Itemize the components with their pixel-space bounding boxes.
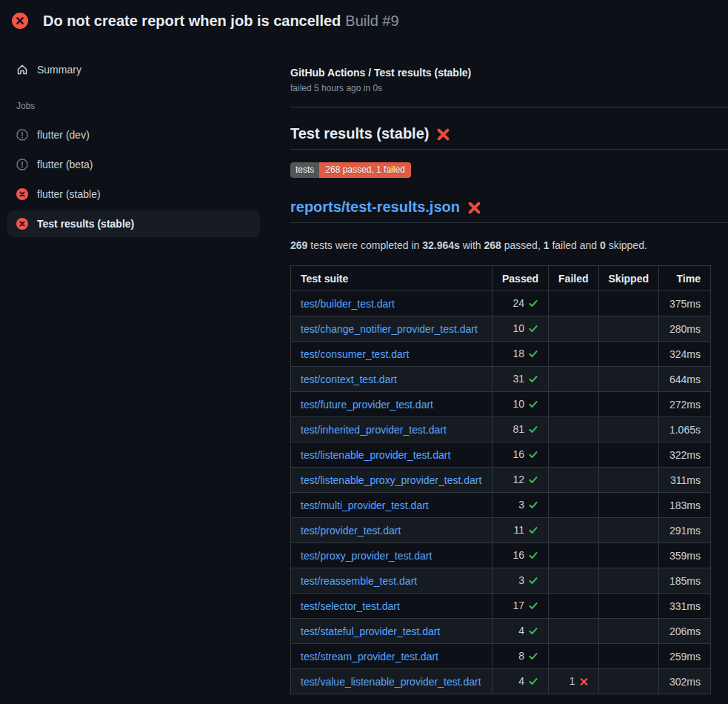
cell-passed-value: 4 (518, 625, 524, 637)
test-suite-link[interactable]: test/multi_provider_test.dart (301, 499, 429, 511)
x-circle-icon (16, 218, 28, 230)
cell-time: 1.065s (658, 417, 710, 442)
cell-passed: 17 (492, 594, 549, 619)
cell-skipped (598, 392, 658, 417)
check-icon (528, 475, 538, 487)
test-suite-link[interactable]: test/consumer_test.dart (301, 348, 409, 360)
table-row: test/stateful_provider_test.dart4206ms (291, 619, 711, 644)
cell-time: 291ms (658, 518, 710, 543)
test-suite-link[interactable]: test/change_notifier_provider_test.dart (301, 323, 478, 335)
table-row: test/stream_provider_test.dart8259ms (291, 644, 711, 669)
check-icon (528, 399, 538, 411)
summary-part: 1 (544, 239, 550, 251)
cell-skipped (598, 518, 658, 543)
cell-failed (549, 594, 598, 619)
cell-passed-value: 10 (512, 322, 524, 334)
cell-passed-value: 10 (512, 398, 524, 410)
cell-passed: 12 (492, 468, 549, 493)
check-icon (528, 374, 538, 386)
jobs-list: flutter (dev)flutter (beta)flutter (stab… (7, 122, 260, 237)
cell-test-suite: test/consumer_test.dart (291, 342, 492, 367)
test-suite-link[interactable]: test/future_provider_test.dart (301, 399, 433, 411)
summary-part: 268 (484, 239, 501, 251)
cell-passed: 3 (492, 568, 549, 594)
test-suite-link[interactable]: test/provider_test.dart (301, 525, 401, 537)
cell-passed-value: 17 (512, 600, 524, 611)
cell-failed (549, 493, 598, 518)
table-row: test/consumer_test.dart18324ms (291, 342, 711, 367)
cell-test-suite: test/stream_provider_test.dart (291, 644, 492, 669)
cell-time: 644ms (658, 367, 710, 392)
cell-skipped (598, 669, 658, 694)
cell-test-suite: test/multi_provider_test.dart (291, 493, 492, 518)
cell-passed: 4 (492, 619, 549, 644)
table-row: test/selector_test.dart17331ms (291, 594, 711, 619)
cell-test-suite: test/builder_test.dart (291, 291, 492, 316)
test-suite-link[interactable]: test/builder_test.dart (301, 298, 395, 310)
report-file-link[interactable]: reports/test-results.json (290, 199, 460, 216)
cell-passed: 24 (492, 291, 549, 316)
check-run-title: Do not create report when job is cancell… (43, 13, 341, 29)
sidebar-item-label: Test results (stable) (37, 218, 134, 230)
cell-failed (549, 568, 598, 594)
cell-passed-value: 18 (512, 348, 524, 359)
cell-failed (549, 442, 598, 468)
cell-passed-value: 3 (518, 499, 524, 511)
check-icon (528, 450, 538, 462)
test-suite-link[interactable]: test/context_test.dart (301, 373, 397, 385)
test-suite-link[interactable]: test/inherited_provider_test.dart (301, 424, 447, 436)
jobs-section-label: Jobs (16, 101, 260, 111)
cell-skipped (598, 493, 658, 518)
check-icon (528, 500, 538, 512)
run-title: GitHub Actions / Test results (stable) (290, 67, 728, 79)
cell-time: 272ms (658, 392, 710, 417)
main-content: GitHub Actions / Test results (stable) f… (290, 41, 728, 694)
check-icon (528, 551, 538, 562)
cell-failed (549, 392, 598, 417)
badge-label: tests (290, 162, 319, 178)
cell-test-suite: test/proxy_provider_test.dart (291, 543, 492, 568)
sidebar-item-label: Summary (37, 64, 81, 76)
cell-time: 185ms (658, 568, 710, 594)
summary-part: 32.964s (422, 239, 460, 251)
cell-skipped (598, 367, 658, 392)
check-icon (528, 677, 538, 688)
stop-icon (16, 129, 28, 141)
cell-passed: 4 (492, 669, 549, 694)
sidebar-item-flutter-beta[interactable]: flutter (beta) (7, 151, 260, 178)
cell-passed-value: 16 (512, 448, 524, 460)
check-icon (528, 299, 538, 311)
sidebar-item-flutter-stable[interactable]: flutter (stable) (7, 181, 260, 207)
tests-status-badge: tests 268 passed, 1 failed (290, 162, 411, 178)
cell-test-suite: test/reassemble_test.dart (291, 568, 492, 594)
cell-skipped (598, 468, 658, 493)
test-suite-link[interactable]: test/selector_test.dart (301, 600, 400, 612)
test-suite-link[interactable]: test/stream_provider_test.dart (301, 651, 438, 663)
cell-failed: 1 (549, 669, 598, 694)
cell-time: 183ms (658, 493, 710, 518)
test-suite-link[interactable]: test/value_listenable_provider_test.dart (301, 676, 481, 688)
check-run-header: Do not create report when job is cancell… (0, 0, 728, 41)
cell-test-suite: test/stateful_provider_test.dart (291, 619, 492, 644)
test-suite-link[interactable]: test/listenable_provider_test.dart (301, 449, 450, 461)
cell-failed (549, 367, 598, 392)
table-row: test/value_listenable_provider_test.dart… (291, 669, 711, 694)
cell-skipped (598, 619, 658, 644)
cell-passed-value: 24 (512, 297, 524, 309)
cell-passed: 18 (492, 342, 549, 367)
test-suite-link[interactable]: test/listenable_proxy_provider_test.dart (301, 474, 481, 486)
table-row: test/context_test.dart31644ms (291, 367, 711, 392)
test-suite-link[interactable]: test/stateful_provider_test.dart (301, 625, 440, 637)
table-row: test/listenable_provider_test.dart16322m… (291, 442, 711, 468)
summary-part: 269 (290, 239, 307, 251)
test-suite-link[interactable]: test/reassemble_test.dart (301, 575, 417, 587)
stop-icon (16, 159, 28, 170)
sidebar-item-summary[interactable]: Summary (7, 56, 260, 83)
sidebar-item-test-results-stable[interactable]: Test results (stable) (7, 210, 260, 237)
sidebar-item-flutter-dev[interactable]: flutter (dev) (7, 122, 260, 148)
cell-passed: 11 (492, 518, 549, 543)
cell-skipped (598, 342, 658, 367)
test-suite-link[interactable]: test/proxy_provider_test.dart (301, 550, 432, 562)
cell-test-suite: test/inherited_provider_test.dart (291, 417, 492, 442)
table-row: test/provider_test.dart11291ms (291, 518, 711, 543)
